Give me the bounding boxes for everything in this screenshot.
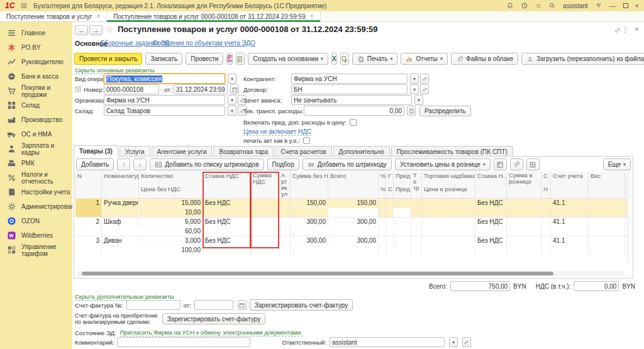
tab-tara[interactable]: Возвратная тара	[213, 146, 274, 157]
col-n[interactable]: N	[75, 172, 102, 199]
post-and-close-button[interactable]: Провести и закрыть	[74, 53, 142, 65]
organization-dropdown[interactable]: ▾	[228, 95, 236, 105]
favorites-star-icon[interactable]: ☆	[535, 3, 541, 9]
contract-field[interactable]: БН	[291, 84, 408, 94]
operation-type-field[interactable]: Покупка, комиссия	[104, 74, 225, 84]
distribute-button[interactable]: Распределить	[419, 106, 471, 116]
move-down-button[interactable]: ↓	[133, 158, 147, 170]
col-cena-v-roznice[interactable]: Цена в рознице	[422, 185, 475, 198]
contract-open-icon[interactable]	[420, 84, 429, 94]
contragent-dropdown[interactable]: ▾	[410, 74, 419, 84]
sidebar-item-nalogi[interactable]: Налоги и отчетность	[0, 170, 72, 185]
nav-forward-button[interactable]: →	[89, 25, 103, 35]
sidebar-item-poby[interactable]: PO.BY	[0, 40, 72, 55]
tab-agentskie[interactable]: Агентские услуги	[152, 146, 213, 157]
col-pred2[interactable]: Пред...	[394, 185, 411, 198]
sidebar-item-sklad[interactable]: Склад	[0, 98, 72, 113]
add-row-button[interactable]: Добавить	[76, 158, 114, 170]
sidebar-item-bank-kassa[interactable]: Банк и касса	[0, 69, 72, 84]
get-link-icon[interactable]	[614, 26, 621, 34]
more-menu-icon[interactable]: ⋮	[621, 26, 629, 33]
col-vsego[interactable]: Всего	[328, 172, 379, 199]
operation-type-dropdown[interactable]: ▾	[228, 74, 236, 84]
table-row[interactable]: 3 Диван 3,000 Без НДС 300,00 300,00 . Бе…	[75, 236, 628, 246]
sidebar-item-wildberries[interactable]: Wildberries	[0, 228, 72, 243]
transport-calc-icon[interactable]	[407, 106, 416, 116]
sidebar-item-rukovoditelyu[interactable]: Руководителю	[0, 55, 72, 69]
close-window-button[interactable]: ×	[635, 3, 639, 9]
warehouse-field[interactable]: Склад Товаров	[104, 106, 225, 116]
history-icon[interactable]	[521, 2, 528, 9]
advance-field[interactable]: Не зачитывать	[291, 95, 412, 105]
link-edo-states[interactable]: Состояния по объектам учета ЭДО	[153, 40, 255, 47]
sidebar-item-pokupki-prodazhi[interactable]: Покупки и продажи	[0, 84, 72, 98]
sidebar-item-zarplata-kadry[interactable]: Зарплата и кадры	[0, 141, 72, 156]
register-invoice-button[interactable]: Зарегистрировать счет-фактуру	[250, 299, 353, 311]
tab-uslugi[interactable]: Услуги	[119, 146, 150, 157]
tab-proslezhivaemost[interactable]: Прослеживаемость товаров (ПК СПТ)	[391, 146, 513, 157]
set-retail-prices-button[interactable]: Установить цены в рознице▾	[395, 158, 491, 170]
invoice-number-field[interactable]	[126, 300, 180, 310]
sidebar-item-administrirovanie[interactable]: Администрирование	[0, 199, 72, 214]
restore-button[interactable]	[623, 3, 628, 8]
sidebar-item-upravlenie-tarifom[interactable]: Управление тарифом	[0, 243, 72, 257]
reports-button[interactable]: Отчеты▾	[401, 53, 448, 65]
responsible-dropdown[interactable]: ▾	[449, 337, 458, 347]
contragent-field[interactable]: Фирма на УСН	[291, 74, 408, 84]
invoice-calendar-icon[interactable]	[238, 300, 247, 310]
document-movements-button[interactable]	[236, 53, 245, 65]
tab-dopolnitelno[interactable]: Дополнительно	[333, 146, 390, 157]
warehouse-dropdown[interactable]: ▾	[228, 106, 236, 116]
tab-tovary[interactable]: Товары (3)	[74, 145, 118, 157]
pick-button[interactable]: Подбор	[267, 158, 299, 170]
save-button[interactable]: Записать	[145, 53, 182, 65]
search-icon[interactable]	[548, 2, 556, 9]
warehouse-cells-button[interactable]	[526, 158, 540, 170]
load-from-file-button[interactable]: Загрузить (перезаполнить) из файла	[521, 53, 644, 65]
price-vat-toggle-link[interactable]: Цена не включает НДС	[243, 128, 311, 136]
current-user[interactable]: assistant	[563, 3, 587, 9]
number-field[interactable]: 0000-000108	[104, 84, 159, 94]
comment-field[interactable]	[117, 337, 250, 347]
col-stavka-n[interactable]: Ставка Н...	[475, 172, 507, 199]
minimize-button[interactable]: —	[609, 3, 616, 9]
transport-costs-field[interactable]: 0,00	[304, 106, 404, 116]
date-field[interactable]: 31.12.2024 23:59:59	[174, 84, 228, 94]
date-calendar-icon[interactable]	[230, 84, 239, 94]
register-invoice-analyzed-button[interactable]: Зарегистрировать счет-фактуру	[162, 313, 265, 324]
sidebar-item-os-nma[interactable]: ОС и НМА	[0, 127, 72, 141]
col-torgovaya-nadbavka[interactable]: Торговая надбавка	[422, 172, 475, 185]
organization-field[interactable]: Фирма на УСН	[104, 95, 225, 105]
window-tab-list[interactable]: Поступление товаров и услуг ×	[0, 11, 107, 21]
table-row[interactable]: 1 Ручка дверная 15,000 Без НДС 150,00 15…	[75, 199, 628, 208]
col-s2[interactable]: Н	[541, 185, 551, 198]
contract-dropdown[interactable]: ▾	[410, 84, 419, 94]
col-kolichestvo[interactable]: Количество	[139, 172, 203, 185]
col-nomenklatura[interactable]: Номенклатура	[102, 172, 139, 199]
edit-number-icon[interactable]	[75, 86, 81, 92]
col-summa-bez-nds[interactable]: Сумма без НДС	[291, 172, 328, 199]
col-stavka-nds[interactable]: Ставка НДС	[203, 172, 251, 199]
close-tab-icon[interactable]: ×	[310, 13, 314, 19]
horizontal-scrollbar[interactable]	[77, 271, 625, 276]
sidebar-item-rmk[interactable]: РМК	[0, 156, 72, 170]
sidebar-item-nastroyki-ucheta[interactable]: Настройки учета	[0, 185, 72, 199]
table-row[interactable]: 2 Шкаф 5,000 Без НДС 300,00 300,00 . Без…	[75, 218, 628, 227]
col-g2[interactable]: С	[386, 185, 394, 198]
notifications-bell-icon[interactable]	[506, 2, 514, 9]
col-pct[interactable]: %	[379, 172, 386, 185]
advance-dropdown[interactable]: ▾	[414, 95, 423, 105]
responsible-field[interactable]: assistant	[330, 337, 445, 347]
window-tab-document[interactable]: Поступление товаров и услуг 0000-000108 …	[107, 11, 320, 21]
include-costs-checkbox[interactable]	[350, 119, 357, 126]
sidebar-item-glavnoe[interactable]: Главное	[0, 26, 72, 40]
contragent-open-icon[interactable]	[420, 74, 429, 84]
sidebar-item-proizvodstvo[interactable]: Производство	[0, 113, 72, 127]
col-g[interactable]: Г	[386, 172, 394, 185]
related-documents-button[interactable]	[340, 53, 349, 65]
excel-export-button[interactable]: X	[331, 53, 337, 65]
post-button[interactable]: Провести	[186, 53, 223, 65]
table-settings-button[interactable]	[494, 158, 507, 170]
col-pct2[interactable]: %	[379, 185, 386, 198]
print-button[interactable]: Печать▾	[352, 53, 398, 65]
